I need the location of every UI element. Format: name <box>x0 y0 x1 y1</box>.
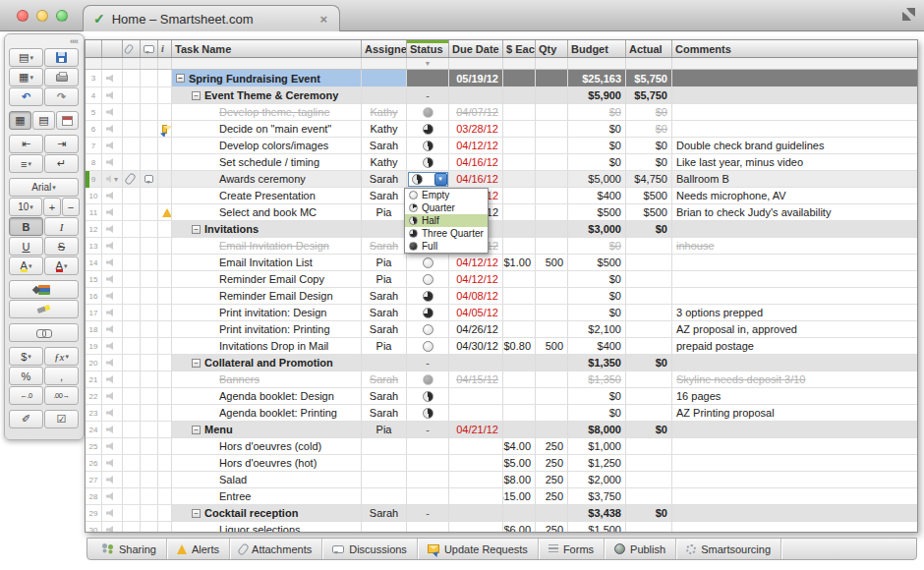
column-menu-icon[interactable]: ▼ <box>425 60 432 67</box>
row-handle-icon[interactable] <box>106 375 115 383</box>
fullscreen-icon[interactable] <box>902 8 915 21</box>
cell-each[interactable] <box>503 422 536 437</box>
cell-qty[interactable] <box>536 355 568 370</box>
cell-info[interactable] <box>158 238 172 254</box>
cell-chat[interactable] <box>141 255 158 270</box>
cell-budget[interactable]: $0 <box>568 121 626 137</box>
cell-chat[interactable] <box>141 154 158 170</box>
cell-qty[interactable] <box>536 171 568 187</box>
cell-due[interactable]: 04/15/12 <box>449 371 503 387</box>
cell-clip[interactable] <box>123 371 141 387</box>
cell-assigned[interactable]: Pia <box>362 338 407 354</box>
cell-assigned[interactable]: Sarah <box>362 138 407 153</box>
cell-task[interactable]: Print invitation: Design <box>172 305 362 320</box>
cell-status[interactable]: - <box>407 87 449 103</box>
cell-comments[interactable]: Skyline needs deposit 3/10 <box>672 371 918 387</box>
cell-info[interactable] <box>158 321 172 337</box>
row-handle-icon[interactable] <box>106 509 115 517</box>
row-expand-icon[interactable]: ▾ <box>114 175 118 184</box>
warning-icon[interactable] <box>162 208 172 217</box>
cell-comments[interactable]: Like last year, minus video <box>672 154 918 170</box>
cell-qty[interactable]: 250 <box>536 472 568 487</box>
cell-chat[interactable] <box>141 288 158 304</box>
cell-clip[interactable] <box>123 305 141 320</box>
cell-info[interactable] <box>158 138 172 153</box>
cell-handle[interactable] <box>102 438 123 454</box>
cell-assigned[interactable] <box>362 488 407 504</box>
cell-comments[interactable] <box>672 70 918 86</box>
cell-info[interactable] <box>158 204 172 220</box>
cell-info[interactable] <box>158 422 172 437</box>
cell-assigned[interactable]: Sarah <box>362 305 407 320</box>
cell-qty[interactable] <box>536 87 568 103</box>
cell-assigned[interactable]: Pia <box>362 255 407 270</box>
column-header-task[interactable]: Task Name <box>172 40 362 57</box>
cell-handle[interactable]: ▾ <box>102 171 123 187</box>
cell-handle[interactable] <box>102 388 123 404</box>
cell-num[interactable]: 6 <box>86 121 102 137</box>
cell-assigned[interactable]: Pia <box>362 204 407 220</box>
collapse-toolbar-button[interactable]: «« <box>70 36 78 46</box>
cell-num[interactable]: 24 <box>86 422 102 437</box>
cell-comments[interactable] <box>672 422 918 437</box>
cell-handle[interactable] <box>102 338 123 354</box>
cell-handle[interactable] <box>102 505 123 521</box>
cell-qty[interactable] <box>536 154 568 170</box>
row-handle-icon[interactable] <box>106 158 115 166</box>
thousands-separator-button[interactable]: , <box>44 367 79 385</box>
cell-budget[interactable]: $400 <box>568 338 626 354</box>
cell-info[interactable] <box>158 438 172 454</box>
cell-handle[interactable] <box>102 154 123 170</box>
cell-actual[interactable]: $5,750 <box>626 70 672 86</box>
cell-qty[interactable] <box>536 271 568 287</box>
cell-clip[interactable] <box>123 87 141 103</box>
cell-each[interactable]: $15.00 <box>503 488 536 504</box>
cell-clip[interactable] <box>123 522 141 533</box>
cell-budget[interactable]: $0 <box>568 104 626 120</box>
cell-each[interactable] <box>503 87 536 103</box>
row-handle-icon[interactable] <box>106 225 115 233</box>
cell-num[interactable]: 21 <box>86 371 102 387</box>
cell-due[interactable] <box>449 505 503 521</box>
cell-num[interactable]: 12 <box>86 221 102 237</box>
cell-actual[interactable] <box>626 271 672 287</box>
cell-budget[interactable]: $0 <box>568 305 626 320</box>
indent-button[interactable]: ⇥ <box>44 135 79 153</box>
strikethrough-button[interactable]: S <box>44 237 79 256</box>
cell-comments[interactable]: inhouse <box>672 238 918 254</box>
cell-comments[interactable] <box>672 221 918 237</box>
zoom-window-button[interactable] <box>56 10 68 22</box>
cell-chat[interactable] <box>141 472 158 487</box>
cell-clip[interactable] <box>123 171 141 187</box>
row-handle-icon[interactable] <box>106 175 112 183</box>
browser-tab[interactable]: ✓ Home – Smartsheet.com × <box>83 5 340 31</box>
cell-budget[interactable]: $0 <box>568 138 626 153</box>
cell-each[interactable]: $4.00 <box>503 438 536 454</box>
row-handle-icon[interactable] <box>106 526 115 533</box>
cell-clip[interactable] <box>123 138 141 153</box>
cell-chat[interactable] <box>141 355 158 370</box>
cell-qty[interactable] <box>536 104 568 120</box>
cell-status[interactable] <box>407 405 449 421</box>
cell-status[interactable] <box>407 255 449 270</box>
cell-budget[interactable]: $2,000 <box>568 472 626 487</box>
cell-each[interactable]: $8.00 <box>503 472 536 487</box>
underline-button[interactable]: U <box>9 237 43 256</box>
cell-status[interactable] <box>407 388 449 404</box>
cell-clip[interactable] <box>123 221 141 237</box>
cell-qty[interactable]: 250 <box>536 522 568 533</box>
cell-comments[interactable] <box>672 522 918 533</box>
update-request-icon[interactable] <box>162 125 167 134</box>
cell-status[interactable] <box>407 154 449 170</box>
cell-info[interactable] <box>158 338 172 354</box>
cell-chat[interactable] <box>141 104 158 120</box>
cell-budget[interactable]: $500 <box>568 204 626 220</box>
cell-each[interactable] <box>503 355 536 370</box>
collapse-icon[interactable]: − <box>192 426 201 434</box>
cell-status[interactable] <box>407 488 449 504</box>
print-button[interactable] <box>44 68 79 86</box>
cell-assigned[interactable]: Sarah <box>362 238 407 254</box>
row-handle-icon[interactable] <box>106 442 115 450</box>
cell-clip[interactable] <box>123 472 141 487</box>
collapse-icon[interactable]: − <box>192 225 201 234</box>
